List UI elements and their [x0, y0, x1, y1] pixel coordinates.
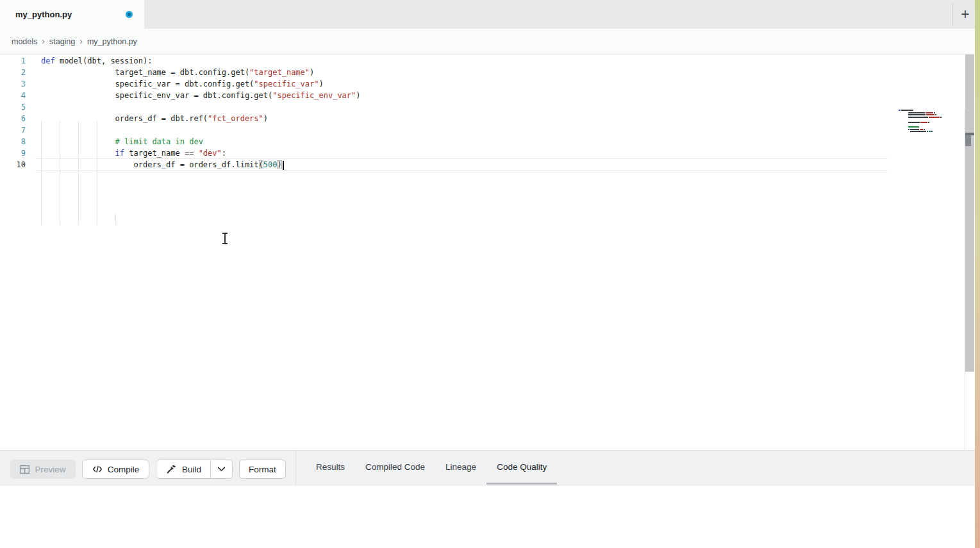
line-number: 2	[0, 67, 26, 78]
format-button[interactable]: Format	[239, 460, 286, 479]
build-options-caret-button[interactable]	[210, 460, 232, 478]
bottom-toolbar: PreviewCompileBuildFormat ResultsCompile…	[0, 450, 975, 486]
chevron-right-icon: ›	[42, 37, 45, 46]
code-text: orders_df = dbt.ref("fct_orders")	[41, 113, 268, 124]
breadcrumb: models›staging›my_python.py	[12, 29, 137, 54]
scrollbar-thumb[interactable]	[965, 135, 971, 146]
code-text: # limit data in dev	[41, 136, 203, 147]
line-number: 9	[0, 147, 26, 159]
file-tab-title: my_python.py	[15, 0, 72, 29]
code-line[interactable]: 6 orders_df = dbt.ref("fct_orders")	[0, 113, 897, 124]
button-label: Compile	[108, 465, 140, 474]
file-tab-my-python[interactable]: my_python.py	[0, 0, 144, 29]
button-label: Preview	[35, 465, 65, 474]
hammer-icon	[167, 465, 177, 474]
text-caret	[283, 161, 284, 170]
code-text: specific_env_var = dbt.config.get("speci…	[41, 90, 361, 101]
line-number: 3	[0, 78, 26, 90]
line-number: 1	[0, 55, 26, 67]
minimap-line	[910, 131, 933, 132]
i-beam-text-cursor	[222, 233, 228, 244]
preview-button: Preview	[10, 460, 76, 479]
code-editor[interactable]: 1def model(dbt, session):2 target_name =…	[0, 54, 975, 450]
code-text: target_name = dbt.config.get("target_nam…	[41, 67, 314, 78]
tabbar-divider	[952, 3, 953, 26]
button-label: Format	[249, 465, 276, 474]
tab-compiled-code[interactable]: Compiled Code	[355, 451, 435, 486]
code-lines[interactable]: 1def model(dbt, session):2 target_name =…	[0, 55, 897, 170]
code-line[interactable]: 4 specific_env_var = dbt.config.get("spe…	[0, 90, 897, 101]
new-tab-button[interactable]: +	[956, 4, 974, 24]
scrollbar-track[interactable]	[965, 54, 974, 372]
line-number: 5	[0, 101, 26, 113]
editor-tab-bar: my_python.py +	[0, 0, 975, 29]
minimap[interactable]	[899, 110, 941, 137]
minimap-line	[908, 112, 936, 113]
minimap-line	[899, 110, 914, 111]
tab-results[interactable]: Results	[306, 451, 355, 486]
code-line[interactable]: 8 # limit data in dev	[0, 136, 897, 147]
panel-tabs: ResultsCompiled CodeLineageCode Quality	[306, 451, 557, 486]
chevron-right-icon: ›	[79, 37, 83, 46]
code-text: if target_name == "dev":	[41, 147, 226, 159]
breadcrumb-item[interactable]: staging	[49, 37, 75, 46]
code-text: def model(dbt, session):	[41, 55, 152, 67]
line-number: 7	[0, 124, 26, 136]
code-icon	[92, 465, 103, 473]
compile-button[interactable]: Compile	[82, 460, 149, 479]
desktop-edge-strip	[974, 0, 980, 548]
code-line[interactable]: 1def model(dbt, session):	[0, 55, 897, 67]
code-line[interactable]: 10 orders_df = orders_df.limit(500)	[0, 159, 897, 170]
chevron-down-icon	[217, 467, 226, 472]
tab-code-quality[interactable]: Code Quality	[486, 451, 557, 486]
code-line[interactable]: 2 target_name = dbt.config.get("target_n…	[0, 67, 897, 78]
line-number: 8	[0, 136, 26, 147]
button-label: Build	[182, 465, 201, 474]
plus-icon: +	[961, 6, 969, 22]
code-text: orders_df = orders_df.limit(500)	[41, 159, 284, 170]
breadcrumb-item[interactable]: my_python.py	[87, 37, 137, 46]
minimap-line	[908, 126, 920, 128]
code-line[interactable]: 5	[0, 101, 897, 113]
minimap-line	[908, 122, 930, 123]
toolbar-divider	[295, 451, 296, 486]
minimap-line	[908, 114, 937, 115]
minimap-line	[908, 117, 942, 118]
dbt-cloud-ide: my_python.py + models›staging›my_python.…	[0, 0, 980, 548]
tab-lineage[interactable]: Lineage	[435, 451, 486, 486]
breadcrumb-item[interactable]: models	[12, 37, 37, 46]
unsaved-changes-dot-icon	[126, 11, 133, 18]
line-number: 10	[0, 159, 26, 170]
build-button[interactable]: Build	[156, 460, 233, 479]
line-number: 4	[0, 90, 26, 101]
breadcrumb-bar: models›staging›my_python.py Save	[0, 29, 975, 54]
code-text: specific_var = dbt.config.get("specific_…	[41, 78, 324, 90]
minimap-line	[908, 129, 926, 130]
line-number: 6	[0, 113, 26, 124]
code-line[interactable]: 9 if target_name == "dev":	[0, 147, 897, 159]
code-quality-panel	[0, 486, 975, 548]
code-line[interactable]: 7	[0, 124, 897, 136]
table-icon	[20, 465, 29, 474]
code-line[interactable]: 3 specific_var = dbt.config.get("specifi…	[0, 78, 897, 90]
